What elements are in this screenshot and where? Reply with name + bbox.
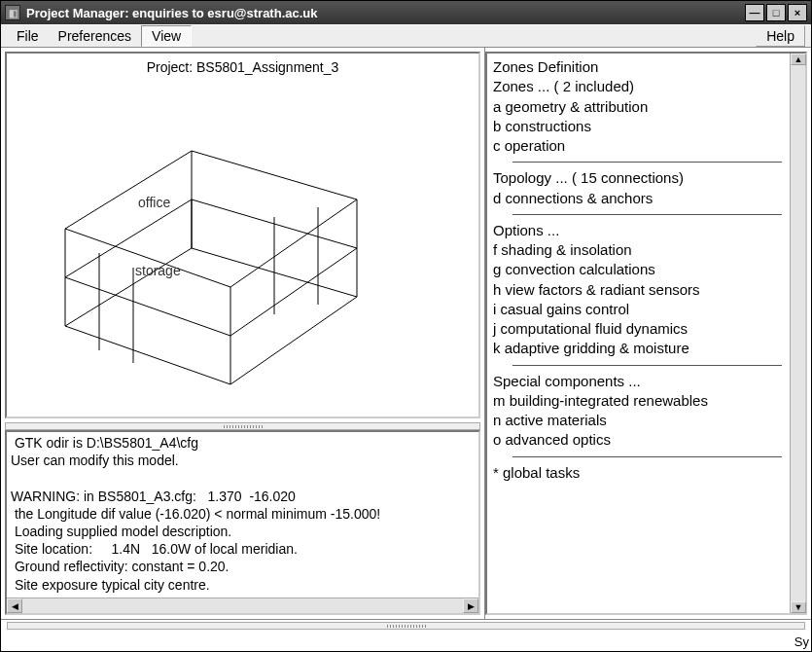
scroll-down-button[interactable]: ▼ bbox=[791, 601, 806, 613]
main-content: Project: BS5801_Assignment_3 bbox=[1, 48, 811, 619]
zone-label-storage: storage bbox=[135, 263, 181, 278]
menu-file[interactable]: File bbox=[7, 25, 49, 47]
side-panel: Zones Definition Zones ... ( 2 included)… bbox=[485, 52, 807, 615]
project-title: Project: BS5801_Assignment_3 bbox=[7, 54, 478, 75]
item-geometry[interactable]: a geometry & attribution bbox=[493, 97, 784, 117]
item-connections[interactable]: d connections & anchors bbox=[493, 189, 784, 208]
minimize-button[interactable]: — bbox=[745, 4, 764, 21]
scroll-left-button[interactable]: ◀ bbox=[7, 598, 22, 613]
scroll-up-button[interactable]: ▲ bbox=[791, 54, 806, 65]
menu-help[interactable]: Help bbox=[756, 25, 805, 47]
options-list: Zones Definition Zones ... ( 2 included)… bbox=[487, 54, 790, 613]
wireframe-drawing: office storage bbox=[46, 112, 386, 404]
console-line: Site location: 1.4N 16.0W of local merid… bbox=[11, 540, 475, 558]
item-renewables[interactable]: m building-integrated renewables bbox=[493, 391, 784, 411]
item-topology[interactable]: Topology ... ( 15 connections) bbox=[493, 168, 784, 188]
menubar: File Preferences View Help bbox=[1, 24, 811, 48]
item-adaptive-gridding[interactable]: k adaptive gridding & moisture bbox=[493, 339, 784, 358]
app-icon: ◧ bbox=[5, 5, 20, 20]
console-line: Ground reflectivity: constant = 0.20. bbox=[11, 558, 475, 575]
item-global-tasks[interactable]: * global tasks bbox=[493, 463, 784, 483]
item-constructions[interactable]: b constructions bbox=[493, 117, 784, 136]
console-line: WARNING: in BS5801_A3.cfg: 1.370 -16.020 bbox=[11, 488, 475, 505]
scroll-right-button[interactable]: ▶ bbox=[463, 598, 478, 613]
console-output[interactable]: GTK odir is D:\BS5801_A4\cfgUser can mod… bbox=[7, 432, 478, 598]
item-casual-gains[interactable]: i casual gains control bbox=[493, 300, 784, 319]
heading-special: Special components ... bbox=[493, 372, 784, 391]
console-panel: GTK odir is D:\BS5801_A4\cfgUser can mod… bbox=[5, 430, 480, 615]
model-viewport[interactable]: Project: BS5801_Assignment_3 bbox=[5, 52, 480, 418]
item-cfd[interactable]: j computational fluid dynamics bbox=[493, 319, 784, 339]
console-line bbox=[11, 469, 475, 487]
horizontal-scrollbar[interactable]: ◀ ▶ bbox=[7, 598, 478, 613]
window-titlebar: ◧ Project Manager: enquiries to esru@str… bbox=[1, 1, 811, 24]
item-zones-count[interactable]: Zones ... ( 2 included) bbox=[493, 77, 784, 96]
console-line: the Longitude dif value (-16.020) < norm… bbox=[11, 505, 475, 523]
item-active-materials[interactable]: n active materials bbox=[493, 411, 784, 430]
item-operation[interactable]: c operation bbox=[493, 136, 784, 156]
divider bbox=[512, 456, 782, 457]
scroll-track[interactable] bbox=[22, 598, 463, 613]
menu-preferences[interactable]: Preferences bbox=[49, 25, 141, 47]
item-advanced-optics[interactable]: o advanced optics bbox=[493, 430, 784, 450]
console-line: Site exposure typical city centre. bbox=[11, 576, 475, 594]
close-button[interactable]: × bbox=[788, 4, 807, 21]
item-convection[interactable]: g convection calculations bbox=[493, 260, 784, 279]
vertical-splitter[interactable] bbox=[5, 422, 480, 430]
console-line: GTK odir is D:\BS5801_A4\cfg bbox=[11, 434, 475, 452]
item-shading[interactable]: f shading & insolation bbox=[493, 240, 784, 260]
scroll-track-vertical[interactable] bbox=[791, 65, 805, 601]
divider bbox=[512, 214, 782, 215]
statusbar: Sy bbox=[1, 619, 811, 651]
status-corner-text: Sy bbox=[794, 634, 809, 649]
right-column: Zones Definition Zones ... ( 2 included)… bbox=[485, 52, 807, 615]
zone-label-office: office bbox=[138, 195, 170, 210]
menu-view[interactable]: View bbox=[141, 25, 192, 47]
left-column: Project: BS5801_Assignment_3 bbox=[1, 48, 485, 619]
item-view-factors[interactable]: h view factors & radiant sensors bbox=[493, 280, 784, 300]
bottom-splitter[interactable] bbox=[7, 622, 805, 630]
console-line: User can modify this model. bbox=[11, 452, 475, 469]
heading-zones-definition: Zones Definition bbox=[493, 57, 784, 77]
console-line: Loading supplied model description. bbox=[11, 523, 475, 540]
divider bbox=[512, 162, 782, 163]
divider bbox=[512, 365, 782, 366]
maximize-button[interactable]: □ bbox=[766, 4, 786, 21]
heading-options: Options ... bbox=[493, 221, 784, 240]
window-title: Project Manager: enquiries to esru@strat… bbox=[26, 6, 317, 20]
vertical-scrollbar[interactable]: ▲ ▼ bbox=[790, 54, 805, 613]
